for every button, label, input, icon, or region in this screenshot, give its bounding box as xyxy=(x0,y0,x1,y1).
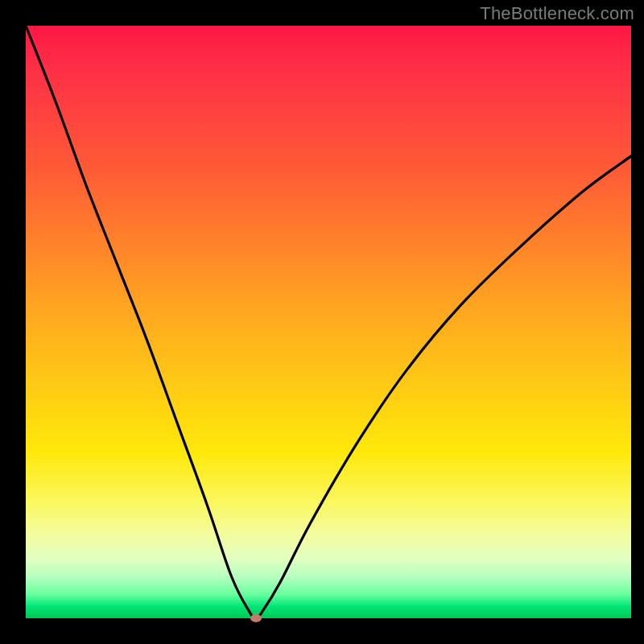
chart-plot-area xyxy=(26,26,631,618)
optimal-point-marker xyxy=(250,614,262,622)
watermark-label: TheBottleneck.com xyxy=(480,3,634,24)
bottleneck-curve xyxy=(26,26,631,618)
